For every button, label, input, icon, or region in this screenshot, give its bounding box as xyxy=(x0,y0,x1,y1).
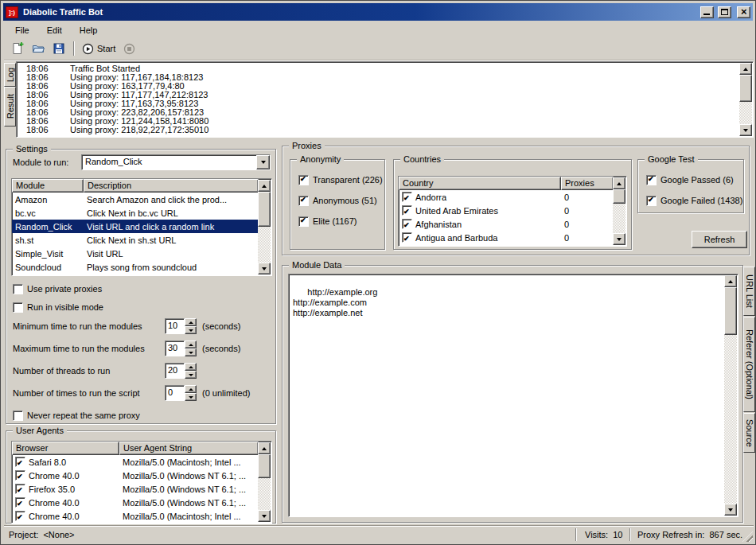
run-times-spinner[interactable]: 0 xyxy=(165,385,197,401)
country-row[interactable]: United Arab Emirates0 xyxy=(399,204,614,217)
module-row[interactable]: bc.vcClick Next in bc.vc URL xyxy=(12,206,259,220)
start-button[interactable]: Start xyxy=(80,40,118,57)
google-failed-checkbox[interactable] xyxy=(646,196,657,206)
max-time-spinner[interactable]: 30 xyxy=(165,341,197,356)
module-row[interactable]: Simple_VisitVisit URL xyxy=(12,247,259,260)
country-checkbox[interactable] xyxy=(402,232,412,243)
spinner-down-icon[interactable] xyxy=(185,348,197,356)
anonymity-option-transparent[interactable]: Transparent (226) xyxy=(298,174,383,185)
combobox-dropdown-icon[interactable] xyxy=(256,155,270,169)
spinner-up-icon[interactable] xyxy=(185,318,197,326)
scroll-down-icon[interactable] xyxy=(724,504,737,516)
spinner-down-icon[interactable] xyxy=(185,393,197,401)
scroll-thumb[interactable] xyxy=(724,287,737,335)
scroll-down-icon[interactable] xyxy=(739,124,752,136)
google-failed-option[interactable]: Google Failed (1438) xyxy=(646,195,742,206)
module-row[interactable]: AmazonSearch Amazon and click the prod..… xyxy=(12,193,259,206)
scroll-thumb[interactable] xyxy=(258,192,271,227)
tab-log[interactable]: Log xyxy=(4,63,16,87)
country-checkbox[interactable] xyxy=(402,205,412,216)
module-to-run-combobox[interactable]: Random_Click xyxy=(81,154,271,170)
elite-checkbox[interactable] xyxy=(298,216,309,227)
scroll-thumb[interactable] xyxy=(258,454,271,478)
use-private-proxies-option[interactable]: Use private proxies xyxy=(13,283,102,294)
column-header-ua-string[interactable]: User Agent String xyxy=(119,442,259,455)
column-header-proxies[interactable]: Proxies xyxy=(561,177,614,190)
spinner-up-icon[interactable] xyxy=(185,363,197,371)
module-row-selected[interactable]: Random_ClickVisit URL and click a random… xyxy=(12,220,259,233)
useragent-checkbox[interactable] xyxy=(15,457,25,467)
min-time-spinner[interactable]: 10 xyxy=(165,318,197,334)
column-header-browser[interactable]: Browser xyxy=(12,442,119,455)
scroll-down-icon[interactable] xyxy=(613,233,625,245)
module-data-textarea[interactable]: http://example.org http://example.com ht… xyxy=(288,274,738,517)
country-row[interactable]: Andorra0 xyxy=(399,190,614,204)
module-row[interactable]: sh.stClick Next in sh.st URL xyxy=(12,233,259,247)
module-data-scrollbar[interactable] xyxy=(724,275,737,516)
useragent-checkbox[interactable] xyxy=(15,470,25,481)
spinner-up-icon[interactable] xyxy=(185,341,197,348)
spinner-down-icon[interactable] xyxy=(185,371,197,379)
run-visible-mode-option[interactable]: Run in visible mode xyxy=(13,302,103,313)
countries-scrollbar[interactable] xyxy=(613,177,625,245)
country-checkbox[interactable] xyxy=(402,219,412,229)
column-header-country[interactable]: Country xyxy=(399,177,561,190)
run-visible-mode-checkbox[interactable] xyxy=(13,302,23,313)
country-checkbox[interactable] xyxy=(402,192,412,202)
log-scrollbar[interactable] xyxy=(739,63,752,136)
country-row[interactable]: Antigua and Barbuda0 xyxy=(399,231,614,244)
scroll-down-icon[interactable] xyxy=(258,510,271,522)
close-button[interactable] xyxy=(737,6,750,18)
useragent-checkbox[interactable] xyxy=(15,484,25,494)
threads-spinner[interactable]: 20 xyxy=(165,363,197,379)
column-header-module[interactable]: Module xyxy=(12,179,84,193)
useragent-row[interactable]: Firefox 35.0Mozilla/5.0 (Windows NT 6.1;… xyxy=(12,482,259,496)
scroll-thumb[interactable] xyxy=(739,75,752,102)
scroll-up-icon[interactable] xyxy=(258,180,271,192)
tab-url-list[interactable]: URL List xyxy=(743,267,755,316)
minimize-button[interactable] xyxy=(700,6,714,18)
country-row[interactable]: Afghanistan0 xyxy=(399,217,614,231)
tab-referer-optional[interactable]: Referer (Optional) xyxy=(743,317,755,412)
spinner-down-icon[interactable] xyxy=(185,326,197,334)
menu-help[interactable]: Help xyxy=(72,23,106,37)
transparent-checkbox[interactable] xyxy=(298,175,309,185)
tab-result[interactable]: Result xyxy=(4,87,16,127)
tab-source[interactable]: Source xyxy=(743,413,755,453)
maximize-icon xyxy=(721,9,728,15)
open-project-button[interactable] xyxy=(29,40,48,57)
anonymity-option-elite[interactable]: Elite (1167) xyxy=(298,216,357,227)
anonymous-checkbox[interactable] xyxy=(298,196,309,206)
useragent-row[interactable]: Chrome 40.0Mozilla/5.0 (Macintosh; Intel… xyxy=(12,509,259,523)
column-header-description[interactable]: Description xyxy=(84,179,259,193)
scroll-up-icon[interactable] xyxy=(258,442,271,454)
google-passed-option[interactable]: Google Passed (6) xyxy=(646,174,734,185)
maximize-button[interactable] xyxy=(718,6,731,18)
use-private-proxies-checkbox[interactable] xyxy=(13,284,23,294)
module-row[interactable]: SoundcloudPlays song from soundcloud xyxy=(12,260,259,274)
scroll-down-icon[interactable] xyxy=(258,263,271,274)
menu-edit[interactable]: Edit xyxy=(39,23,70,37)
scroll-up-icon[interactable] xyxy=(613,177,625,189)
spinner-up-icon[interactable] xyxy=(185,385,197,393)
useragent-checkbox[interactable] xyxy=(15,497,25,508)
useragent-row[interactable]: Safari 8.0Mozilla/5.0 (Macintosh; Intel … xyxy=(12,455,259,469)
resize-grip[interactable] xyxy=(742,531,753,542)
anonymity-option-anonymous[interactable]: Anonymous (51) xyxy=(298,195,377,206)
menu-file[interactable]: File xyxy=(7,23,37,37)
refresh-button[interactable]: Refresh xyxy=(692,231,747,248)
modules-scrollbar[interactable] xyxy=(258,180,271,274)
google-passed-checkbox[interactable] xyxy=(646,175,657,185)
scroll-up-icon[interactable] xyxy=(724,275,737,287)
never-repeat-proxy-option[interactable]: Never repeat the same proxy xyxy=(13,410,140,421)
scroll-up-icon[interactable] xyxy=(739,63,752,75)
useragent-row[interactable]: Chrome 40.0Mozilla/5.0 (Windows NT 6.1; … xyxy=(12,469,259,482)
never-repeat-proxy-checkbox[interactable] xyxy=(13,411,23,421)
stop-icon xyxy=(123,43,135,55)
user-agents-scrollbar[interactable] xyxy=(258,442,271,522)
scroll-thumb[interactable] xyxy=(613,189,625,204)
new-project-button[interactable] xyxy=(8,40,27,57)
useragent-checkbox[interactable] xyxy=(15,511,25,521)
useragent-row[interactable]: Chrome 40.0Mozilla/5.0 (Windows NT 6.1; … xyxy=(12,496,259,509)
save-project-button[interactable] xyxy=(49,40,68,57)
